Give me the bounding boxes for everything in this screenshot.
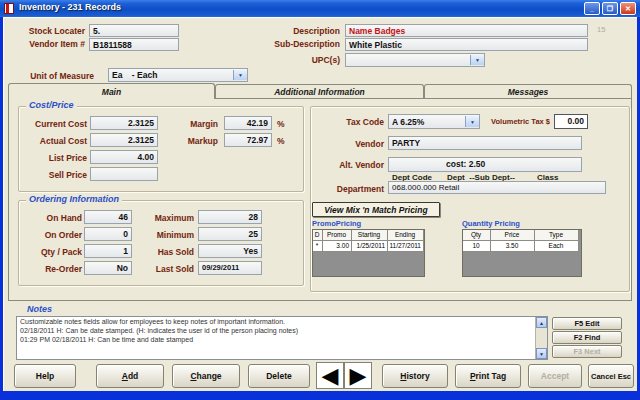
view-mix-match-pricing-button[interactable]: View Mix 'n Match Pricing: [312, 202, 440, 217]
promo-col-promo: Promo: [323, 230, 352, 241]
add-label: dd: [128, 371, 138, 381]
scroll-down-icon[interactable]: ▼: [536, 348, 547, 359]
arrow-right-icon: ▶: [350, 365, 367, 387]
margin-percent-sign: %: [277, 119, 285, 129]
description-label: Description: [240, 26, 340, 36]
last-sold-label: Last Sold: [130, 264, 194, 274]
markup-percent-sign: %: [277, 136, 285, 146]
has-sold-label: Has Sold: [130, 247, 194, 257]
maximum-field[interactable]: 28: [198, 210, 262, 224]
actual-cost-field[interactable]: 2.3125: [90, 133, 158, 147]
quantity-row[interactable]: 10 3.50 Each: [463, 241, 581, 252]
arrow-left-icon: ◀: [322, 365, 339, 387]
on-hand-label: On Hand: [8, 213, 82, 223]
delete-button[interactable]: Delete: [248, 364, 310, 388]
sub-description-label: Sub-Description: [240, 39, 340, 49]
add-button[interactable]: Add: [96, 364, 164, 388]
qty-pack-field[interactable]: 1: [84, 244, 132, 258]
markup-field[interactable]: 72.97: [224, 133, 272, 147]
minimize-icon[interactable]: _: [584, 2, 600, 15]
history-button[interactable]: History: [382, 364, 448, 388]
margin-label: Margin: [160, 119, 218, 129]
on-hand-field[interactable]: 46: [84, 210, 132, 224]
volumetric-tax-label: Volumetric Tax $: [484, 117, 550, 126]
quantity-cell: 3.50: [491, 241, 535, 252]
stock-locater-label: Stock Locater: [10, 26, 85, 36]
note-line: Customizable notes fields allow for empl…: [17, 317, 547, 326]
help-button[interactable]: Help: [14, 364, 76, 388]
cancel-esc-button[interactable]: Cancel Esc: [588, 364, 634, 388]
f5-edit-button[interactable]: F5 Edit: [552, 317, 622, 330]
list-price-label: List Price: [12, 153, 87, 163]
notes-textarea[interactable]: Customizable notes fields allow for empl…: [16, 316, 548, 360]
promo-col-ending: Ending: [388, 230, 424, 241]
reorder-field[interactable]: No: [84, 261, 132, 275]
unit-of-measure-label: Unit of Measure: [10, 71, 94, 81]
upc-dropdown[interactable]: ▼: [345, 53, 485, 67]
last-sold-field[interactable]: 09/29/2011: [198, 261, 262, 275]
promo-cell: 1/25/2011: [352, 241, 388, 252]
f3-next-button[interactable]: F3 Next: [552, 345, 622, 358]
promo-pricing-table[interactable]: D Promo Starting Ending * 3.00 1/25/2011…: [312, 229, 425, 277]
quantity-pricing-table[interactable]: Qty Price Type 10 3.50 Each: [462, 229, 582, 277]
change-button[interactable]: Change: [172, 364, 240, 388]
description-field[interactable]: Name Badges: [345, 24, 588, 37]
close-icon[interactable]: ✕: [620, 2, 636, 15]
chevron-down-icon[interactable]: ▼: [465, 116, 479, 127]
quantity-col-type: Type: [535, 230, 579, 241]
alt-vendor-field[interactable]: TOYS cost: 2.50: [388, 157, 582, 172]
note-line: 02/18/2011 H: Can be date stamped. (H: i…: [17, 326, 547, 335]
promo-header-row: D Promo Starting Ending: [313, 230, 424, 241]
tab-additional-information[interactable]: Additional Information: [215, 84, 424, 98]
title-bar: Inventory - 231 Records _ ❐ ✕: [0, 0, 640, 17]
cost-price-title: Cost/Price: [26, 100, 77, 110]
promo-col-d: D: [313, 230, 323, 241]
promo-row[interactable]: * 3.00 1/25/2011 11/27/2011: [313, 241, 424, 252]
maximum-label: Maximum: [130, 213, 194, 223]
alt-vendor-value: TOYS: [401, 169, 424, 172]
volumetric-tax-field[interactable]: 0.00: [554, 114, 588, 129]
alt-vendor-label: Alt. Vendor: [314, 160, 384, 170]
on-order-label: On Order: [8, 230, 82, 240]
margin-field[interactable]: 42.19: [224, 116, 272, 130]
quantity-pricing-title: Quantity Pricing: [462, 219, 520, 228]
markup-label: Markup: [160, 136, 218, 146]
notes-title: Notes: [24, 304, 55, 314]
next-record-button[interactable]: ▶: [344, 362, 372, 389]
print-tag-button[interactable]: Print Tag: [455, 364, 521, 388]
alt-vendor-cost: cost: 2.50: [446, 159, 485, 169]
chevron-down-icon[interactable]: ▼: [233, 70, 247, 80]
maximize-icon[interactable]: ❐: [602, 2, 618, 15]
sell-price-field[interactable]: [90, 167, 158, 181]
promo-cell: 11/27/2011: [388, 241, 424, 252]
vendor-item-field[interactable]: B1811588: [89, 38, 179, 51]
current-cost-field[interactable]: 2.3125: [90, 116, 158, 130]
tax-code-value: A 6.25%: [392, 117, 424, 127]
vendor-field[interactable]: PARTY: [388, 136, 582, 150]
quantity-cell: Each: [535, 241, 579, 252]
notes-scrollbar[interactable]: ▲ ▼: [535, 317, 547, 359]
scroll-up-icon[interactable]: ▲: [536, 317, 547, 328]
department-field[interactable]: 068.000.000 Retail: [388, 181, 606, 194]
promo-cell: *: [313, 241, 323, 252]
quantity-col-price: Price: [491, 230, 535, 241]
promo-cell: 3.00: [323, 241, 352, 252]
unit-of-measure-dropdown[interactable]: Ea - Each ▼: [108, 68, 248, 82]
f2-find-button[interactable]: F2 Find: [552, 331, 622, 344]
previous-record-button[interactable]: ◀: [316, 362, 344, 389]
history-label: istory: [406, 371, 429, 381]
stock-locater-field[interactable]: 5.: [89, 24, 179, 37]
change-label: hange: [197, 371, 222, 381]
tab-messages[interactable]: Messages: [424, 84, 632, 98]
has-sold-field[interactable]: Yes: [198, 244, 262, 258]
chevron-down-icon[interactable]: ▼: [470, 55, 484, 65]
app-icon: [4, 3, 14, 14]
minimum-field[interactable]: 25: [198, 227, 262, 241]
accept-button[interactable]: Accept: [528, 364, 582, 388]
tab-main[interactable]: Main: [8, 83, 215, 99]
sub-description-field[interactable]: White Plastic: [345, 38, 588, 51]
on-order-field[interactable]: 0: [84, 227, 132, 241]
tax-code-dropdown[interactable]: A 6.25% ▼: [388, 114, 480, 129]
list-price-field[interactable]: 4.00: [90, 150, 158, 164]
quantity-header-row: Qty Price Type: [463, 230, 581, 241]
